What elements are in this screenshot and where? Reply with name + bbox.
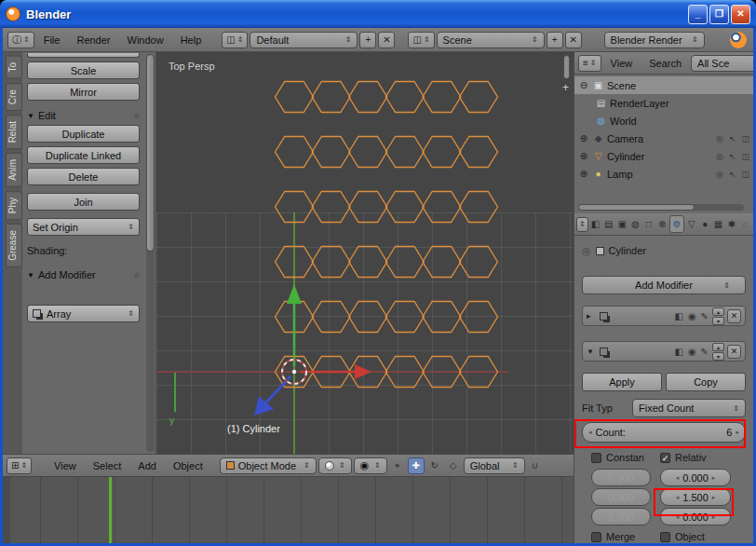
set-origin-dropdown[interactable]: Set Origin ⇕: [27, 218, 140, 236]
view3d-menu-view[interactable]: View: [47, 457, 84, 474]
restrict-select-icon[interactable]: ↖: [729, 152, 736, 161]
panel-menu-icon[interactable]: ≡: [134, 270, 140, 280]
delete-modifier-icon[interactable]: ✕: [727, 309, 741, 323]
add-modifier-dropdown[interactable]: Add Modifier ⇕: [582, 276, 746, 294]
decrement-icon[interactable]: ◂: [588, 429, 592, 436]
expand-icon[interactable]: ⊕: [578, 133, 589, 143]
properties-region-toggle[interactable]: +: [560, 83, 572, 95]
constant-x-field[interactable]: 0.000: [591, 469, 651, 486]
relative-z-field[interactable]: ◂0.000▸: [660, 508, 731, 526]
tab-render-icon[interactable]: ◧: [589, 219, 601, 229]
increment-icon[interactable]: ▸: [736, 429, 739, 436]
edit-panel-header[interactable]: ▼ Edit ≡: [27, 110, 140, 121]
tab-texture-icon[interactable]: ▦: [712, 219, 724, 229]
visibility-toggle-icon[interactable]: ◉: [688, 311, 696, 321]
outliner-item-renderlayer[interactable]: ▤ RenderLayer: [574, 94, 753, 112]
modifier-type-dropdown[interactable]: Array ⇕: [27, 305, 140, 322]
move-down-icon[interactable]: ▾: [712, 317, 724, 325]
mode-dropdown[interactable]: Object Mode ⇕: [220, 457, 317, 474]
pivot-dropdown[interactable]: ◉ ⇕: [354, 457, 387, 474]
scale-button[interactable]: Scale: [27, 61, 140, 79]
checkbox-checked[interactable]: ✓: [660, 453, 670, 463]
constant-y-field[interactable]: 0.000: [591, 488, 651, 506]
panel-menu-icon[interactable]: ≡: [134, 111, 140, 121]
viewport-scrollbar[interactable]: [563, 55, 570, 79]
delete-modifier-icon[interactable]: ✕: [727, 345, 741, 359]
render-toggle-icon[interactable]: ◧: [674, 347, 682, 357]
move-up-icon[interactable]: ▴: [712, 343, 724, 351]
view3d-menu-object[interactable]: Object: [166, 457, 210, 474]
menu-help[interactable]: Help: [173, 32, 209, 48]
timeline-playhead[interactable]: [109, 477, 112, 543]
snap-magnet-icon[interactable]: ∪: [527, 457, 544, 474]
tab-modifiers-icon[interactable]: ⚙: [669, 215, 684, 233]
visibility-toggle-icon[interactable]: ◉: [688, 347, 696, 357]
decrement-icon[interactable]: ◂: [676, 513, 680, 521]
edit-mode-toggle-icon[interactable]: ✎: [701, 311, 709, 321]
scene-icon-button[interactable]: ◫ ⇕: [408, 32, 434, 48]
add-layout-button[interactable]: +: [359, 32, 376, 48]
manipulator-translate-icon[interactable]: ✚: [408, 457, 425, 474]
merge-toggle[interactable]: Merge: [591, 531, 651, 542]
increment-icon[interactable]: ▸: [712, 513, 716, 521]
tab-physics-icon[interactable]: ◌: [739, 219, 751, 229]
modifier-header-expanded[interactable]: ▼ ◧ ◉ ✎ ▴ ▾ ✕: [582, 341, 746, 362]
delete-scene-button[interactable]: ✕: [565, 32, 582, 48]
shelf-tab-relations[interactable]: Relat: [6, 115, 22, 149]
expand-icon[interactable]: ▸: [587, 311, 597, 321]
outliner-menu-view[interactable]: View: [603, 55, 641, 72]
decrement-icon[interactable]: ◂: [676, 494, 680, 501]
manipulator-scale-icon[interactable]: ◇: [445, 457, 462, 474]
object-offset-toggle[interactable]: Object: [660, 531, 705, 542]
delete-button[interactable]: Delete: [27, 168, 140, 185]
shelf-tab-physics[interactable]: Phy: [6, 191, 22, 220]
tab-world-icon[interactable]: ◍: [629, 219, 641, 229]
view3d-menu-add[interactable]: Add: [130, 457, 164, 474]
tab-particles-icon[interactable]: ✱: [725, 219, 737, 229]
outliner-menu-search[interactable]: Search: [641, 55, 689, 72]
increment-icon[interactable]: ▸: [712, 494, 716, 501]
restrict-view-icon[interactable]: ◎: [716, 134, 723, 143]
scrollbar-thumb[interactable]: [146, 54, 155, 252]
collapse-icon[interactable]: ▼: [587, 348, 597, 356]
fit-type-dropdown[interactable]: Fixed Count ⇕: [632, 399, 746, 417]
relative-x-field[interactable]: ◂0.000▸: [660, 469, 731, 486]
manipulator-rotate-icon[interactable]: ↻: [426, 457, 443, 474]
restrict-render-icon[interactable]: ◫: [741, 170, 749, 179]
join-button[interactable]: Join: [27, 193, 140, 211]
count-field[interactable]: ◂ Count: 6 ▸: [582, 422, 746, 443]
outliner-filter-dropdown[interactable]: All Sce: [691, 55, 753, 72]
restrict-view-icon[interactable]: ◎: [716, 170, 723, 179]
outliner-item-cylinder[interactable]: ⊕ ▽ Cylinder ◎ ↖ ◫: [574, 147, 753, 165]
move-up-icon[interactable]: ▴: [712, 307, 724, 316]
view3d-editor-button[interactable]: ⊞ ⇕: [7, 457, 32, 474]
tab-object-icon[interactable]: □: [642, 219, 655, 229]
collapse-icon[interactable]: ⊖: [578, 80, 589, 90]
add-modifier-panel-header[interactable]: ▼ Add Modifier ≡: [27, 269, 140, 280]
shelf-tab-animation[interactable]: Anim: [6, 153, 22, 187]
checkbox-unchecked[interactable]: [591, 532, 601, 542]
relative-y-field[interactable]: ◂1.500▸: [660, 488, 731, 506]
maximize-button[interactable]: ❐: [709, 5, 729, 24]
decrement-icon[interactable]: ◂: [676, 474, 680, 482]
scrollbar-thumb[interactable]: [578, 204, 695, 211]
copy-button[interactable]: Copy: [666, 373, 746, 391]
outliner-item-scene[interactable]: ⊖ ▣ Scene: [574, 76, 753, 94]
shelf-tab-grease[interactable]: Grease: [6, 224, 22, 267]
restrict-render-icon[interactable]: ◫: [741, 134, 749, 143]
restrict-select-icon[interactable]: ↖: [729, 134, 736, 143]
relative-offset-toggle[interactable]: ✓ Relativ: [660, 452, 707, 463]
tool-shelf-scrollbar[interactable]: [146, 54, 155, 452]
pin-icon[interactable]: ◎: [582, 245, 591, 257]
increment-icon[interactable]: ▸: [712, 474, 716, 482]
orientation-dropdown[interactable]: Global ⇕: [464, 457, 525, 474]
add-scene-button[interactable]: +: [547, 32, 563, 48]
render-toggle-icon[interactable]: ◧: [674, 311, 682, 321]
render-engine-dropdown[interactable]: Blender Render ⇕: [604, 32, 705, 48]
move-down-icon[interactable]: ▾: [712, 352, 724, 361]
menu-file[interactable]: File: [36, 32, 68, 48]
outliner-item-world[interactable]: ◍ World: [574, 112, 753, 130]
pivot-align-icon[interactable]: ⌖: [389, 457, 406, 474]
viewport-shading-dropdown[interactable]: ⇕: [318, 457, 352, 474]
expand-icon[interactable]: ⊕: [578, 169, 589, 179]
